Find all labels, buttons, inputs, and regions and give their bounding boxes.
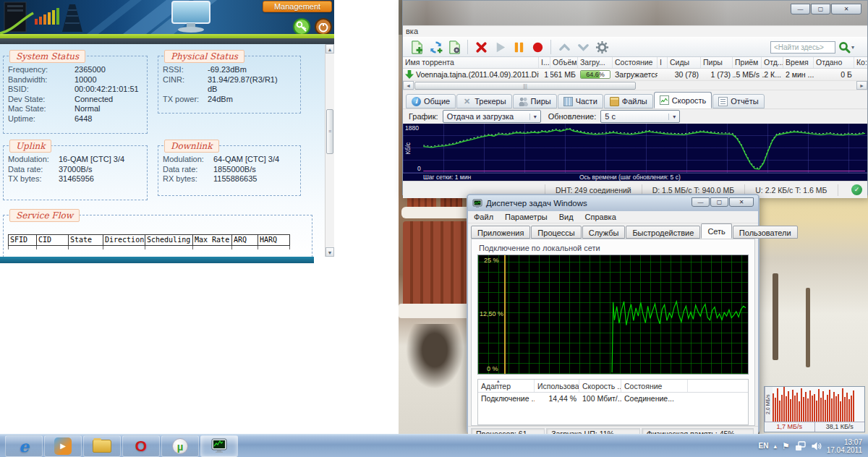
taskbar-button-utorrent[interactable]: µ — [161, 435, 199, 457]
tab-Сеть[interactable]: Сеть — [701, 223, 731, 239]
tab-speed[interactable]: Скорость — [654, 92, 712, 108]
tab-info[interactable]: Общие — [406, 94, 456, 108]
titlebar[interactable]: — ▢ ✕ — [403, 1, 867, 25]
search-options-caret[interactable]: ▾ — [851, 44, 854, 51]
menu-Параметры[interactable]: Параметры — [499, 212, 553, 222]
menubar[interactable]: вка — [403, 25, 867, 37]
network-speed-widget[interactable]: 2,0 МБ/s 1,7 МБ/s 38,1 КБ/s — [764, 386, 865, 432]
minimize-button[interactable]: — — [791, 4, 810, 14]
service-flow-clipped-cell — [37, 246, 69, 249]
search-icon[interactable] — [838, 41, 851, 54]
torrent-column-header-2[interactable]: Объём — [550, 57, 578, 68]
network-graph-line — [478, 255, 748, 374]
torrent-cell-1: 1 — [539, 69, 550, 80]
taskbar-button-task-manager[interactable] — [200, 435, 238, 457]
adapter-col-0[interactable]: Адаптер▴ — [478, 380, 535, 392]
adapter-col-1[interactable]: Использова... — [535, 380, 579, 392]
start-button[interactable] — [490, 38, 509, 56]
maximize-button[interactable]: ▢ — [710, 197, 728, 207]
taskbar-button-media-player[interactable]: ▶ — [44, 435, 82, 457]
management-button[interactable]: Management — [263, 1, 332, 12]
search-input[interactable] — [770, 41, 835, 54]
y-label-0: 0 % — [487, 365, 498, 372]
clock[interactable]: 13:07 17.04.2011 — [827, 438, 862, 454]
field-row: Data rate:1855000B/s — [163, 165, 296, 175]
network-tray-icon[interactable] — [795, 441, 806, 451]
search-area: ▾ — [770, 41, 854, 54]
close-button[interactable]: ✕ — [729, 197, 754, 207]
torrent-column-header-8[interactable]: Приём — [733, 57, 762, 68]
settings-button[interactable] — [592, 38, 611, 56]
group-title: Подключение по локальной сети — [479, 244, 750, 252]
tab-pieces[interactable]: Части — [558, 94, 603, 108]
volume-icon[interactable] — [811, 441, 822, 451]
torrent-cell-12: 0.0 — [854, 69, 867, 80]
move-up-button[interactable] — [555, 38, 574, 56]
create-torrent-button[interactable] — [445, 38, 464, 56]
scroll-right-button[interactable]: ► — [856, 81, 867, 90]
add-from-url-button[interactable] — [426, 38, 445, 56]
taskbar-button-explorer[interactable] — [83, 435, 121, 457]
language-indicator[interactable]: EN — [758, 442, 768, 450]
move-down-button[interactable] — [574, 38, 592, 56]
tab-log[interactable]: Отчёты — [712, 94, 764, 108]
torrent-column-header-4[interactable]: Состояние — [613, 57, 658, 68]
menu-Файл[interactable]: Файл — [468, 212, 499, 222]
torrent-column-header-5[interactable]: І — [658, 57, 668, 68]
remove-torrent-button[interactable] — [472, 38, 490, 56]
torrent-column-header-11[interactable]: Отдано — [814, 57, 854, 68]
service-flow-panel: Service Flow SFIDCIDStateDirectionSchedu… — [3, 215, 312, 257]
scroll-thumb[interactable]: ≡ — [326, 109, 333, 154]
stop-button[interactable] — [528, 38, 547, 56]
close-button[interactable]: ✕ — [831, 4, 861, 14]
service-flow-clipped-cell — [193, 246, 232, 249]
taskbar-button-opera[interactable]: O — [122, 435, 160, 457]
maximize-button[interactable]: ▢ — [811, 4, 830, 14]
add-torrent-button[interactable] — [407, 38, 426, 56]
adapter-table-header: Адаптер▴Использова...Скорость ...Состоян… — [478, 380, 748, 393]
tab-Процессы[interactable]: Процессы — [531, 226, 581, 239]
service-flow-clipped-cell — [258, 246, 290, 249]
scroll-up-button[interactable]: ▲ — [326, 44, 334, 54]
panel-title: System Status — [9, 50, 85, 63]
torrent-column-header-6[interactable]: Сиды — [668, 57, 701, 68]
tab-Службы[interactable]: Службы — [582, 226, 626, 239]
tab-trackers[interactable]: Трекеры — [456, 94, 511, 108]
torrent-column-header-0[interactable]: Имя торрента — [403, 57, 539, 68]
torrent-column-header-9[interactable]: Отд... — [762, 57, 783, 68]
tab-Пользователи[interactable]: Пользователи — [733, 226, 798, 239]
field-row: BSID:00:00:42:21:01:51 — [8, 85, 142, 95]
uplink-panel: Uplink Modulation:16-QAM [CTC] 3/4Data r… — [3, 145, 148, 200]
scrollbar[interactable]: ▲ ≡ ▼ — [325, 44, 334, 257]
scroll-left-button[interactable]: ◄ — [403, 81, 414, 90]
torrent-column-header-10[interactable]: Время — [783, 57, 814, 68]
titlebar[interactable]: Диспетчер задач Windows — ▢ ✕ — [468, 195, 758, 211]
graph-type-dropdown[interactable]: Отдача и загрузка▾ — [443, 110, 541, 123]
tab-files[interactable]: Файлы — [604, 94, 653, 108]
scroll-down-button[interactable]: ▼ — [326, 247, 334, 257]
taskbar: e ▶ O µ EN — [0, 434, 868, 457]
menu-item-partial[interactable]: вка — [406, 27, 418, 35]
adapter-col-3[interactable]: Состояние — [621, 380, 688, 392]
horizontal-scrollbar[interactable]: ◄ ||| ► — [403, 81, 867, 90]
torrent-column-header-12[interactable]: Ко: — [854, 57, 867, 68]
hscroll-thumb[interactable]: ||| — [414, 82, 636, 90]
minimize-button[interactable]: — — [692, 197, 710, 207]
show-hidden-icons-button[interactable]: ▴ — [773, 443, 777, 450]
torrent-column-header-7[interactable]: Пиры — [701, 57, 733, 68]
menu-Справка[interactable]: Справка — [579, 212, 622, 222]
tab-peers[interactable]: Пиры — [513, 94, 557, 108]
pause-button[interactable] — [509, 38, 528, 56]
update-interval-dropdown[interactable]: 5 с▾ — [600, 110, 680, 123]
torrent-row[interactable]: Voennaja.tajna.(2011.04.09).2011.DivX.SA… — [403, 69, 867, 81]
adapter-col-2[interactable]: Скорость ... — [579, 380, 621, 392]
tab-Быстродействие[interactable]: Быстродействие — [626, 226, 700, 239]
media-player-icon: ▶ — [54, 437, 72, 455]
torrent-column-header-1[interactable]: І... — [539, 57, 550, 68]
adapter-row[interactable]: Подключение ...14,44 %100 Мбит/...Соедин… — [478, 393, 748, 405]
taskbar-button-internet-explorer[interactable]: e — [5, 435, 43, 457]
action-center-icon[interactable]: ⚑ — [782, 441, 790, 451]
tab-Приложения[interactable]: Приложения — [471, 226, 530, 239]
torrent-column-header-3[interactable]: Загру... — [578, 57, 613, 68]
menu-Вид[interactable]: Вид — [553, 212, 579, 222]
